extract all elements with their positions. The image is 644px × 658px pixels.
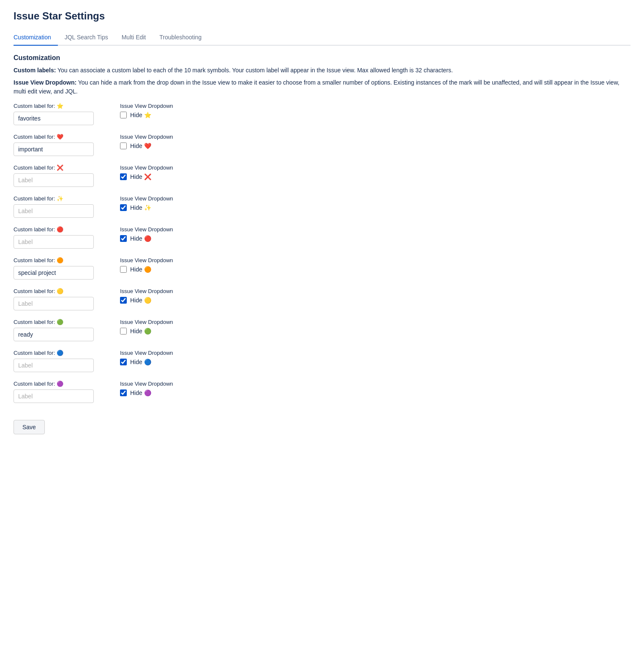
hide-checkbox-orange-circle[interactable] [120, 266, 127, 273]
item-right-x: Issue View DropdownHide ❌ [120, 164, 205, 180]
checkbox-row-x: Hide ❌ [120, 173, 205, 180]
hide-label-heart: Hide ❤️ [130, 143, 151, 149]
custom-label-prefix-orange-circle: Custom label for: 🟠 [14, 257, 106, 263]
custom-label-prefix-green-circle: Custom label for: 🟢 [14, 319, 106, 325]
dropdown-label-sparkles: Issue View Dropdown [120, 195, 205, 202]
dropdown-label-green-circle: Issue View Dropdown [120, 319, 205, 325]
item-row: Custom label for: 🔵Issue View DropdownHi… [14, 350, 630, 372]
custom-label-prefix-blue-circle: Custom label for: 🔵 [14, 350, 106, 356]
dropdown-label-heart: Issue View Dropdown [120, 134, 205, 140]
dropdown-label-orange-circle: Issue View Dropdown [120, 257, 205, 263]
checkbox-row-star: Hide ⭐ [120, 112, 205, 118]
item-row: Custom label for: ⭐Issue View DropdownHi… [14, 103, 630, 125]
checkbox-row-orange-circle: Hide 🟠 [120, 266, 205, 273]
custom-label-input-heart[interactable] [14, 143, 94, 156]
item-left-green-circle: Custom label for: 🟢 [14, 319, 106, 341]
desc-dropdown: Issue View Dropdown: You can hide a mark… [14, 78, 630, 96]
save-button[interactable]: Save [14, 420, 45, 434]
item-row: Custom label for: ✨Issue View DropdownHi… [14, 195, 630, 218]
tab-multi-edit[interactable]: Multi Edit [115, 30, 153, 46]
item-left-blue-circle: Custom label for: 🔵 [14, 350, 106, 372]
hide-checkbox-sparkles[interactable] [120, 204, 127, 211]
hide-checkbox-heart[interactable] [120, 143, 127, 149]
custom-label-input-green-circle[interactable] [14, 328, 94, 341]
checkbox-row-heart: Hide ❤️ [120, 143, 205, 149]
item-row: Custom label for: 🟣Issue View DropdownHi… [14, 381, 630, 403]
dropdown-label-blue-circle: Issue View Dropdown [120, 350, 205, 356]
item-row: Custom label for: ❤️Issue View DropdownH… [14, 134, 630, 156]
dropdown-label-yellow-circle: Issue View Dropdown [120, 288, 205, 294]
item-right-star: Issue View DropdownHide ⭐ [120, 103, 205, 118]
tab-troubleshooting[interactable]: Troubleshooting [153, 30, 208, 46]
tab-jql-search-tips[interactable]: JQL Search Tips [58, 30, 115, 46]
item-left-sparkles: Custom label for: ✨ [14, 195, 106, 218]
custom-label-prefix-heart: Custom label for: ❤️ [14, 134, 106, 140]
hide-label-green-circle: Hide 🟢 [130, 328, 151, 334]
hide-checkbox-star[interactable] [120, 112, 127, 118]
dropdown-label-star: Issue View Dropdown [120, 103, 205, 109]
item-right-orange-circle: Issue View DropdownHide 🟠 [120, 257, 205, 273]
hide-checkbox-blue-circle[interactable] [120, 359, 127, 365]
customization-section: Customization Custom labels: You can ass… [14, 54, 630, 434]
item-row: Custom label for: 🔴Issue View DropdownHi… [14, 226, 630, 249]
hide-checkbox-red-circle[interactable] [120, 235, 127, 242]
custom-label-input-red-circle[interactable] [14, 235, 94, 249]
custom-label-input-yellow-circle[interactable] [14, 297, 94, 310]
checkbox-row-blue-circle: Hide 🔵 [120, 359, 205, 365]
custom-label-prefix-red-circle: Custom label for: 🔴 [14, 226, 106, 233]
hide-checkbox-x[interactable] [120, 173, 127, 180]
item-right-red-circle: Issue View DropdownHide 🔴 [120, 226, 205, 242]
dropdown-label-x: Issue View Dropdown [120, 164, 205, 171]
item-left-orange-circle: Custom label for: 🟠 [14, 257, 106, 280]
hide-label-orange-circle: Hide 🟠 [130, 266, 151, 273]
checkbox-row-yellow-circle: Hide 🟡 [120, 297, 205, 304]
checkbox-row-purple-circle: Hide 🟣 [120, 389, 205, 396]
hide-checkbox-purple-circle[interactable] [120, 389, 127, 396]
checkbox-row-green-circle: Hide 🟢 [120, 328, 205, 334]
custom-label-input-x[interactable] [14, 173, 94, 187]
item-row: Custom label for: 🟠Issue View DropdownHi… [14, 257, 630, 280]
custom-label-input-orange-circle[interactable] [14, 266, 94, 280]
page-title: Issue Star Settings [14, 10, 630, 22]
checkbox-row-red-circle: Hide 🔴 [120, 235, 205, 242]
hide-checkbox-yellow-circle[interactable] [120, 297, 127, 304]
item-right-green-circle: Issue View DropdownHide 🟢 [120, 319, 205, 334]
hide-label-blue-circle: Hide 🔵 [130, 359, 151, 365]
custom-label-prefix-yellow-circle: Custom label for: 🟡 [14, 288, 106, 294]
hide-label-purple-circle: Hide 🟣 [130, 389, 151, 396]
item-row: Custom label for: 🟢Issue View DropdownHi… [14, 319, 630, 341]
item-left-red-circle: Custom label for: 🔴 [14, 226, 106, 249]
item-right-sparkles: Issue View DropdownHide ✨ [120, 195, 205, 211]
custom-label-input-purple-circle[interactable] [14, 389, 94, 403]
hide-label-x: Hide ❌ [130, 173, 151, 180]
custom-label-input-sparkles[interactable] [14, 204, 94, 218]
hide-checkbox-green-circle[interactable] [120, 328, 127, 334]
custom-label-prefix-x: Custom label for: ❌ [14, 164, 106, 171]
item-left-purple-circle: Custom label for: 🟣 [14, 381, 106, 403]
item-left-yellow-circle: Custom label for: 🟡 [14, 288, 106, 310]
item-right-heart: Issue View DropdownHide ❤️ [120, 134, 205, 149]
custom-label-prefix-sparkles: Custom label for: ✨ [14, 195, 106, 202]
custom-label-prefix-purple-circle: Custom label for: 🟣 [14, 381, 106, 387]
item-left-heart: Custom label for: ❤️ [14, 134, 106, 156]
desc-custom-labels: Custom labels: You can associate a custo… [14, 66, 630, 75]
item-row: Custom label for: ❌Issue View DropdownHi… [14, 164, 630, 187]
hide-label-sparkles: Hide ✨ [130, 204, 151, 211]
hide-label-star: Hide ⭐ [130, 112, 151, 118]
section-title: Customization [14, 54, 630, 62]
custom-label-input-blue-circle[interactable] [14, 359, 94, 372]
item-right-purple-circle: Issue View DropdownHide 🟣 [120, 381, 205, 396]
items-container: Custom label for: ⭐Issue View DropdownHi… [14, 103, 630, 403]
item-row: Custom label for: 🟡Issue View DropdownHi… [14, 288, 630, 310]
dropdown-label-red-circle: Issue View Dropdown [120, 226, 205, 233]
item-left-star: Custom label for: ⭐ [14, 103, 106, 125]
tab-customization[interactable]: Customization [14, 30, 58, 46]
hide-label-red-circle: Hide 🔴 [130, 235, 151, 242]
tabs-nav: Customization JQL Search Tips Multi Edit… [14, 30, 630, 46]
custom-label-input-star[interactable] [14, 112, 94, 125]
checkbox-row-sparkles: Hide ✨ [120, 204, 205, 211]
item-right-yellow-circle: Issue View DropdownHide 🟡 [120, 288, 205, 304]
item-left-x: Custom label for: ❌ [14, 164, 106, 187]
hide-label-yellow-circle: Hide 🟡 [130, 297, 151, 304]
custom-label-prefix-star: Custom label for: ⭐ [14, 103, 106, 109]
